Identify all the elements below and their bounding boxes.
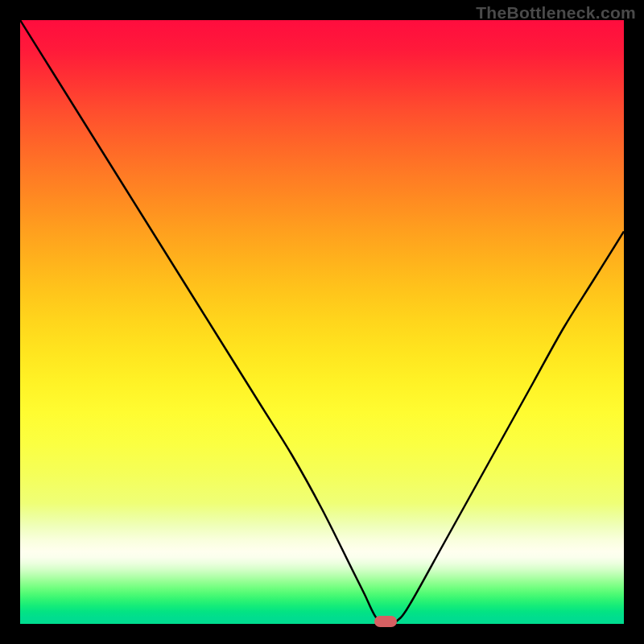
watermark-text: TheBottleneck.com [476, 3, 636, 23]
optimal-marker [374, 616, 397, 627]
plot-area [20, 20, 624, 624]
curve-layer [20, 20, 624, 624]
bottleneck-curve [20, 20, 624, 624]
chart-container: TheBottleneck.com [0, 0, 644, 644]
